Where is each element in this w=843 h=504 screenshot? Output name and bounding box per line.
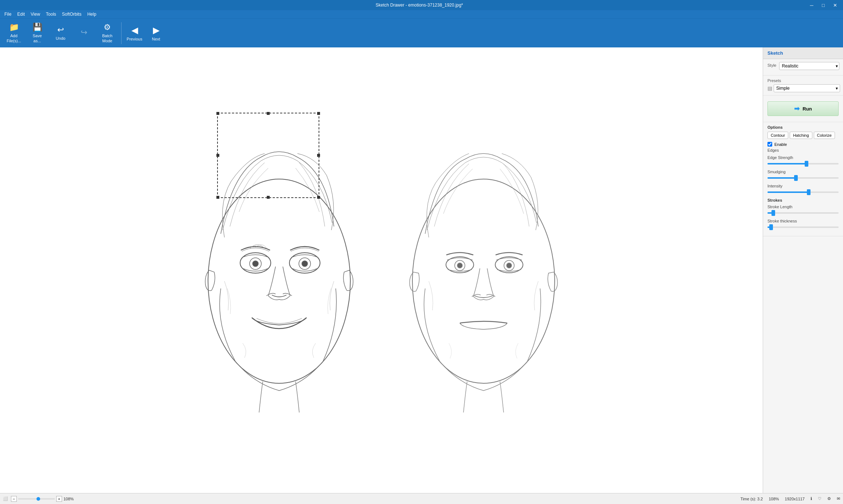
minimize-button[interactable]: ─ xyxy=(807,1,817,9)
left-status: ⬜ − + 108% xyxy=(3,496,74,502)
previous-button[interactable]: ◀ Previous xyxy=(124,20,145,46)
right-status: Time (s): 3.2 108% 1920x1117 ℹ ♡ ⚙ ✉ xyxy=(740,496,840,501)
save-as-button[interactable]: 💾 Saveas... xyxy=(26,20,48,46)
batch-mode-label: BatchMode xyxy=(102,34,112,43)
undo-icon: ↩ xyxy=(57,25,64,35)
status-bar: ⬜ − + 108% Time (s): 3.2 108% 1920x1117 … xyxy=(0,493,843,504)
style-label: Style xyxy=(767,63,776,67)
maximize-button[interactable]: □ xyxy=(818,1,828,9)
next-label: Next xyxy=(152,37,160,41)
stroke-thickness-row: Stroke thickness xyxy=(767,219,839,230)
style-select[interactable]: Realistic Artistic Simple xyxy=(779,62,839,70)
options-tabs: Contour Hatching Colorize xyxy=(767,132,839,139)
zoom-minus-button[interactable]: − xyxy=(11,496,17,502)
svg-point-13 xyxy=(507,263,512,268)
zoom-slider[interactable] xyxy=(18,498,55,500)
close-button[interactable]: ✕ xyxy=(830,1,840,9)
smudging-row: Smudging xyxy=(767,170,839,181)
add-files-label: AddFile(s)... xyxy=(7,34,21,43)
preset-select[interactable]: Simple Detailed Heavy xyxy=(774,84,840,92)
menu-tools[interactable]: Tools xyxy=(43,10,59,18)
svg-point-7 xyxy=(412,179,555,383)
stroke-thickness-label: Stroke thickness xyxy=(767,219,839,223)
zoom-control: − + 108% xyxy=(11,496,74,502)
menu-softorbits[interactable]: SoftOrbits xyxy=(59,10,84,18)
toolbar: 📁 AddFile(s)... 💾 Saveas... ↩ Undo ↪ ⚙ B… xyxy=(0,18,843,47)
stroke-thickness-slider[interactable] xyxy=(767,224,839,230)
left-face-sketch xyxy=(188,106,370,434)
right-face-sketch xyxy=(392,106,575,434)
redo-icon: ↪ xyxy=(81,28,87,37)
gear-icon: ⚙ xyxy=(827,496,831,501)
options-title: Options xyxy=(767,125,839,129)
tab-contour[interactable]: Contour xyxy=(767,132,788,139)
menu-file[interactable]: File xyxy=(1,10,14,18)
heart-icon: ♡ xyxy=(818,496,821,501)
edges-label: Edges xyxy=(767,148,839,152)
enable-edges-row: Enable xyxy=(767,142,839,147)
next-button[interactable]: ▶ Next xyxy=(146,20,166,46)
style-section: Style Realistic Artistic Simple ▼ xyxy=(763,59,843,75)
batch-mode-button[interactable]: ⚙ BatchMode xyxy=(96,20,118,46)
strokes-title: Strokes xyxy=(767,198,839,202)
run-label: Run xyxy=(802,106,812,112)
stroke-length-slider[interactable] xyxy=(767,210,839,216)
stroke-length-label: Stroke Length xyxy=(767,205,839,209)
previous-label: Previous xyxy=(127,37,142,41)
edge-strength-label: Edge Strength xyxy=(767,155,839,160)
stroke-length-row: Stroke Length xyxy=(767,205,839,216)
zoom-percent-label: 108% xyxy=(63,497,74,501)
canvas-area[interactable] xyxy=(0,47,763,493)
menu-bar: File Edit View Tools SoftOrbits Help xyxy=(0,10,843,18)
style-row: Style Realistic Artistic Simple ▼ xyxy=(767,62,839,70)
smudging-slider[interactable] xyxy=(767,175,839,181)
presets-label: Presets xyxy=(767,78,839,83)
preset-icon: ▤ xyxy=(767,85,772,91)
page-icon: ⬜ xyxy=(3,496,8,501)
svg-point-3 xyxy=(253,261,258,267)
intensity-label: Intensity xyxy=(767,184,839,188)
run-section: ➡ Run xyxy=(763,96,843,122)
title-bar: Sketch Drawer - emotions-371238_1920.jpg… xyxy=(0,0,843,10)
left-face-svg xyxy=(188,106,370,434)
zoom-right-label: 108% xyxy=(769,497,779,501)
save-as-icon: 💾 xyxy=(32,23,42,32)
edge-strength-slider[interactable] xyxy=(767,161,839,167)
tab-colorize[interactable]: Colorize xyxy=(814,132,835,139)
undo-label: Undo xyxy=(56,36,65,41)
toolbar-separator xyxy=(121,22,122,44)
next-icon: ▶ xyxy=(153,25,159,35)
faces-container xyxy=(0,47,763,493)
menu-view[interactable]: View xyxy=(28,10,43,18)
enable-edges-checkbox[interactable] xyxy=(767,142,772,147)
redo-button[interactable]: ↪ xyxy=(73,20,95,46)
zoom-plus-button[interactable]: + xyxy=(56,496,62,502)
menu-edit[interactable]: Edit xyxy=(14,10,28,18)
panel-header: Sketch xyxy=(763,47,843,59)
run-button[interactable]: ➡ Run xyxy=(767,101,839,116)
menu-help[interactable]: Help xyxy=(84,10,99,18)
batch-mode-icon: ⚙ xyxy=(104,23,111,32)
options-section: Options Contour Hatching Colorize Enable… xyxy=(763,122,843,236)
panel-title: Sketch xyxy=(767,50,783,56)
add-files-button[interactable]: 📁 AddFile(s)... xyxy=(3,20,25,46)
edge-strength-row: Edge Strength xyxy=(767,155,839,167)
tab-hatching[interactable]: Hatching xyxy=(790,132,812,139)
run-arrow-icon: ➡ xyxy=(794,105,800,113)
intensity-row: Intensity xyxy=(767,184,839,195)
undo-button[interactable]: ↩ Undo xyxy=(50,20,72,46)
intensity-slider[interactable] xyxy=(767,189,839,195)
svg-point-10 xyxy=(457,263,462,268)
mail-icon: ✉ xyxy=(837,496,840,501)
svg-point-6 xyxy=(302,261,308,267)
presets-section: Presets ▤ Simple Detailed Heavy ▼ xyxy=(763,75,843,96)
save-as-label: Saveas... xyxy=(32,34,42,43)
smudging-label: Smudging xyxy=(767,170,839,174)
add-files-icon: 📁 xyxy=(9,23,19,32)
time-label: Time (s): 3.2 xyxy=(740,497,763,501)
info-icon: ℹ xyxy=(811,496,812,501)
right-panel: Sketch Style Realistic Artistic Simple ▼… xyxy=(763,47,843,493)
main-layout: Sketch Style Realistic Artistic Simple ▼… xyxy=(0,47,843,493)
canvas-content xyxy=(0,47,763,493)
window-title: Sketch Drawer - emotions-371238_1920.jpg… xyxy=(32,3,807,8)
